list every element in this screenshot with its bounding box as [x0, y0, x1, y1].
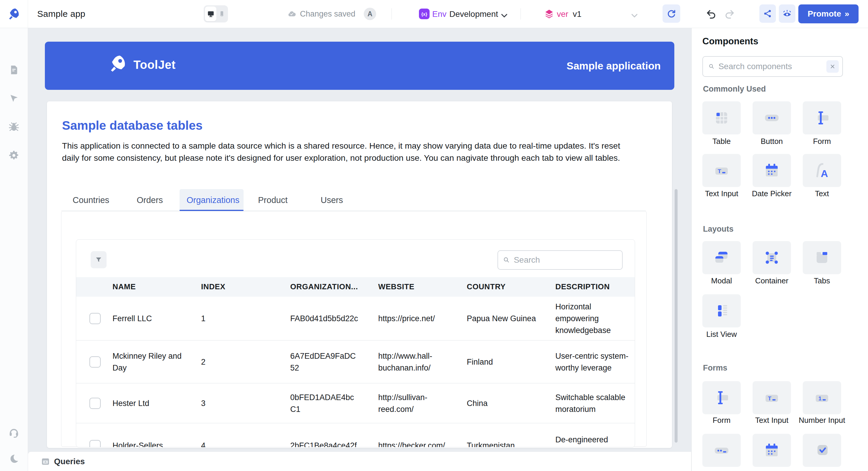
topbar: Sample app Changes saved A {x} Env Devel… — [0, 0, 868, 28]
version-selector[interactable]: v1 — [573, 9, 582, 19]
mobile-toggle-button[interactable] — [216, 6, 227, 21]
list-view-component-icon — [712, 301, 731, 320]
cell-country: Finland — [467, 356, 493, 368]
user-avatar[interactable]: A — [364, 8, 376, 20]
component-label: Number Input — [797, 416, 847, 424]
canvas-scrollbar[interactable] — [675, 189, 678, 443]
table-header-row: NAME INDEX ORGANIZATION... WEBSITE COUNT… — [76, 277, 635, 297]
tab-organizations[interactable]: Organizations — [187, 195, 240, 205]
release-sync-button[interactable] — [662, 4, 680, 23]
gear-icon — [8, 150, 20, 161]
form-component-icon — [712, 388, 731, 407]
desktop-toggle-button[interactable] — [205, 6, 216, 21]
component-tile-form[interactable] — [702, 381, 741, 414]
table-row[interactable]: Holder-Sellers 4 2bFC1Be8a4ce42f https:/… — [76, 423, 635, 447]
queries-panel-header[interactable]: Queries — [28, 451, 691, 471]
banner-container[interactable]: ToolJet Sample application — [45, 42, 674, 90]
column-header-description[interactable]: DESCRIPTION — [555, 282, 610, 291]
environment-selector[interactable]: Development — [450, 9, 498, 19]
row-checkbox[interactable] — [89, 398, 101, 409]
table-row[interactable]: Mckinney Riley and Day 2 6A7EdDEA9FaDC52… — [76, 341, 635, 384]
component-tile-text-input[interactable]: T — [702, 154, 741, 187]
component-tile-number-input[interactable]: 1 — [803, 381, 841, 414]
component-label: Table — [696, 137, 747, 146]
component-tile-button[interactable] — [752, 101, 791, 135]
version-chevron-down-icon[interactable] — [630, 11, 639, 20]
dark-mode-toggle[interactable] — [0, 449, 28, 468]
component-tile-modal[interactable] — [702, 241, 741, 274]
component-tile-password-input[interactable] — [702, 434, 741, 467]
component-label: Date Picker — [747, 189, 797, 198]
column-header-country[interactable]: COUNTRY — [467, 282, 506, 291]
component-tile-text[interactable]: A — [803, 154, 841, 187]
topbar-divider — [392, 8, 392, 20]
component-tile-checkbox[interactable] — [803, 434, 841, 467]
queries-label: Queries — [54, 457, 85, 466]
column-header-name[interactable]: NAME — [113, 282, 136, 291]
component-tile-text-input[interactable]: T — [752, 381, 791, 414]
components-search[interactable] — [702, 56, 843, 77]
banner-rocket-icon — [108, 54, 127, 73]
table-search-input[interactable] — [513, 255, 617, 265]
table-row[interactable]: Hester Ltd 3 0bFED1ADAE4bcC1 http://sull… — [76, 384, 635, 423]
modal-component-icon — [712, 248, 731, 267]
tooljet-logo-button[interactable] — [0, 0, 28, 28]
cloud-check-icon — [287, 10, 297, 18]
components-search-input[interactable] — [718, 61, 824, 71]
undo-button[interactable] — [706, 8, 717, 20]
component-tile-table[interactable] — [702, 101, 741, 135]
row-checkbox[interactable] — [89, 313, 101, 324]
section-commonly-used: Commonly Used — [703, 85, 766, 94]
tab-countries[interactable]: Countries — [73, 195, 109, 205]
component-label: Form — [797, 137, 847, 146]
pages-button[interactable] — [0, 61, 28, 80]
clear-search-button[interactable] — [826, 60, 839, 73]
row-checkbox[interactable] — [89, 440, 101, 447]
filter-button[interactable] — [91, 251, 106, 268]
component-label: Tabs — [797, 276, 847, 285]
component-tile-date-picker[interactable] — [752, 434, 791, 467]
column-header-index[interactable]: INDEX — [201, 282, 225, 291]
tab-users[interactable]: Users — [321, 195, 343, 205]
save-status: Changes saved — [287, 0, 355, 28]
table-row[interactable]: Ferrell LLC 1 FAB0d41d5b5d22c https://pr… — [76, 297, 635, 341]
component-tile-tabs[interactable] — [803, 241, 841, 274]
promote-label: Promote — [807, 9, 841, 19]
device-layout-toggle[interactable] — [204, 5, 228, 23]
column-header-organization[interactable]: ORGANIZATION... — [290, 282, 358, 291]
column-header-website[interactable]: WEBSITE — [378, 282, 414, 291]
cell-website: https://price.net/ — [378, 313, 435, 324]
section-layouts: Layouts — [703, 225, 734, 234]
cell-country: China — [467, 398, 488, 409]
svg-text:T: T — [768, 395, 771, 402]
tab-product[interactable]: Product — [258, 195, 287, 205]
tab-orders[interactable]: Orders — [137, 195, 163, 205]
promote-button[interactable]: Promote » — [798, 4, 859, 23]
support-button[interactable] — [0, 423, 28, 442]
app-title[interactable]: Sample app — [37, 9, 85, 19]
redo-button[interactable] — [724, 8, 735, 20]
filter-funnel-icon — [95, 256, 102, 264]
preview-button[interactable] — [779, 4, 795, 23]
component-tile-form[interactable] — [803, 101, 841, 135]
component-tile-container[interactable] — [752, 241, 791, 274]
cell-description: De-engineered systemic artificial — [555, 434, 631, 447]
environment-badge-icon: {x} — [419, 8, 430, 19]
desktop-icon — [207, 10, 215, 18]
component-tile-date-picker[interactable] — [752, 154, 791, 187]
component-tile-list-view[interactable] — [702, 294, 741, 327]
cell-organization: 2bFC1Be8a4ce42f — [290, 440, 356, 447]
date-picker-component-icon — [762, 161, 781, 180]
share-button[interactable] — [760, 4, 776, 23]
inspector-button[interactable] — [0, 89, 28, 108]
settings-button[interactable] — [0, 146, 28, 165]
table-component-icon — [712, 109, 731, 127]
debugger-button[interactable] — [0, 117, 28, 136]
cell-index: 4 — [201, 440, 206, 447]
text-input-component-icon: T — [712, 161, 731, 180]
cell-website: http://www.hall-buchanan.info/ — [378, 350, 454, 374]
table-search[interactable] — [497, 250, 623, 270]
environment-chevron-down-icon[interactable] — [500, 11, 509, 20]
pages-icon — [8, 64, 20, 76]
row-checkbox[interactable] — [89, 356, 101, 367]
